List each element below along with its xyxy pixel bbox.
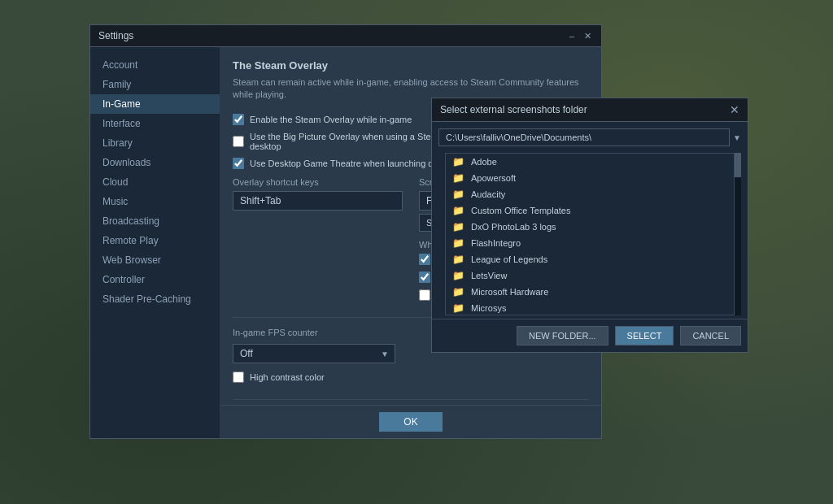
minimize-button[interactable]: – xyxy=(568,31,576,41)
cancel-button[interactable]: CANCEL xyxy=(680,326,741,345)
folder-list[interactable]: 📁Adobe📁Apowersoft📁Audacity📁Custom Office… xyxy=(445,153,735,315)
dialog-path-row: ▼ xyxy=(432,122,748,153)
sidebar: Account Family In-Game Interface Library… xyxy=(90,47,220,438)
ok-button[interactable]: OK xyxy=(379,412,442,432)
folder-icon: 📁 xyxy=(452,205,464,216)
window-title: Settings xyxy=(98,30,133,41)
list-item[interactable]: 📁Apowersoft xyxy=(446,170,734,186)
desktop-game-theatre-checkbox[interactable] xyxy=(233,158,244,169)
folder-icon: 📁 xyxy=(452,270,464,281)
high-contrast-checkbox[interactable] xyxy=(233,371,244,383)
divider-2 xyxy=(233,399,589,400)
folder-icon: 📁 xyxy=(452,172,464,184)
enable-overlay-label: Enable the Steam Overlay while in-game xyxy=(250,115,412,124)
big-picture-checkbox[interactable] xyxy=(233,136,244,147)
ok-row: OK xyxy=(220,405,601,438)
folder-icon: 📁 xyxy=(452,156,464,167)
new-folder-button[interactable]: NEW FOLDER... xyxy=(517,326,608,345)
sidebar-item-shader-pre-caching[interactable]: Shader Pre-Caching xyxy=(90,289,220,309)
overlay-shortcut-col: Overlay shortcut keys xyxy=(233,177,403,307)
list-item[interactable]: 📁Custom Office Templates xyxy=(446,202,734,219)
sidebar-item-family[interactable]: Family xyxy=(90,75,220,94)
sidebar-item-account[interactable]: Account xyxy=(90,55,220,75)
list-item[interactable]: 📁Adobe xyxy=(446,154,734,170)
dialog-buttons: NEW FOLDER... SELECT CANCEL xyxy=(432,319,748,352)
folder-dialog: Select external screenshots folder ✕ ▼ 📁… xyxy=(431,98,748,353)
fps-counter-select-wrap: Off Top-left Top-right Bottom-left Botto… xyxy=(233,344,395,363)
folder-icon: 📁 xyxy=(452,286,464,298)
display-notification-checkbox[interactable] xyxy=(419,254,430,265)
scrollbar-track xyxy=(735,153,741,315)
list-item[interactable]: 📁LetsView xyxy=(446,267,734,284)
list-item[interactable]: 📁DxO PhotoLab 3 logs xyxy=(446,219,734,235)
folder-icon: 📁 xyxy=(452,189,464,200)
enable-overlay-checkbox[interactable] xyxy=(233,114,244,125)
folder-list-area: 📁Adobe📁Apowersoft📁Audacity📁Custom Office… xyxy=(438,153,741,315)
sidebar-item-interface[interactable]: Interface xyxy=(90,114,220,133)
dialog-title: Select external screenshots folder xyxy=(440,104,587,115)
select-button[interactable]: SELECT xyxy=(615,326,674,345)
list-item[interactable]: 📁FlashIntegro xyxy=(446,235,734,251)
titlebar: Settings – ✕ xyxy=(90,25,601,47)
overlay-shortcut-input[interactable] xyxy=(233,191,403,211)
sidebar-item-remote-play[interactable]: Remote Play xyxy=(90,231,220,250)
fps-counter-select[interactable]: Off Top-left Top-right Bottom-left Botto… xyxy=(233,344,395,363)
play-sound-checkbox[interactable] xyxy=(419,272,430,283)
high-contrast-label: High contrast color xyxy=(250,372,325,382)
folder-path-input[interactable] xyxy=(438,128,730,146)
sidebar-item-controller[interactable]: Controller xyxy=(90,270,220,289)
overlay-section-title: The Steam Overlay xyxy=(233,59,589,72)
path-dropdown-arrow-icon: ▼ xyxy=(733,133,741,142)
sidebar-item-in-game[interactable]: In-Game xyxy=(90,94,220,114)
list-item[interactable]: 📁League of Legends xyxy=(446,251,734,267)
folder-icon: 📁 xyxy=(452,221,464,232)
close-button[interactable]: ✕ xyxy=(582,31,593,41)
dialog-close-button[interactable]: ✕ xyxy=(730,103,739,116)
dialog-titlebar: Select external screenshots folder ✕ xyxy=(432,98,748,122)
list-item[interactable]: 📁Microsys xyxy=(446,300,734,315)
sidebar-item-broadcasting[interactable]: Broadcasting xyxy=(90,211,220,231)
folder-icon: 📁 xyxy=(452,237,464,249)
sidebar-item-web-browser[interactable]: Web Browser xyxy=(90,250,220,270)
sidebar-item-cloud[interactable]: Cloud xyxy=(90,172,220,192)
scrollbar-thumb[interactable] xyxy=(735,153,741,177)
folder-icon: 📁 xyxy=(452,302,464,314)
list-item[interactable]: 📁Audacity xyxy=(446,186,734,202)
sidebar-item-library[interactable]: Library xyxy=(90,133,220,153)
sidebar-item-music[interactable]: Music xyxy=(90,192,220,211)
save-uncompressed-checkbox[interactable] xyxy=(419,289,430,301)
high-contrast-row: High contrast color xyxy=(233,371,395,383)
window-controls: – ✕ xyxy=(568,31,593,41)
overlay-shortcut-label: Overlay shortcut keys xyxy=(233,177,403,187)
list-item[interactable]: 📁Microsoft Hardware xyxy=(446,284,734,300)
sidebar-item-downloads[interactable]: Downloads xyxy=(90,153,220,172)
folder-icon: 📁 xyxy=(452,254,464,265)
